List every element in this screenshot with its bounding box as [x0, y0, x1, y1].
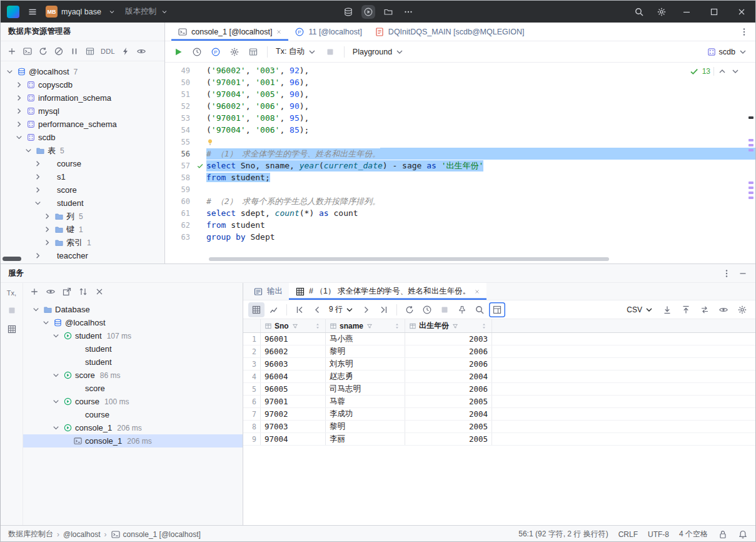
cell-sname[interactable]: 马蓉: [326, 396, 405, 407]
result-row-1[interactable]: 196001马小燕2003: [243, 333, 755, 345]
open-table-icon[interactable]: [7, 324, 17, 334]
editor-line-55[interactable]: 55: [165, 136, 755, 148]
refresh-icon[interactable]: [38, 46, 48, 56]
view-settings-icon[interactable]: [489, 302, 505, 317]
cell-sname[interactable]: 刘东明: [326, 358, 405, 370]
service-item-student[interactable]: student107 ms: [23, 329, 243, 342]
chevron-right-icon[interactable]: [14, 120, 24, 129]
tab-options-icon[interactable]: [739, 27, 749, 37]
jump-to-source-icon[interactable]: [62, 287, 72, 297]
chevron-down-icon[interactable]: [5, 67, 14, 76]
chevron-right-icon[interactable]: [33, 159, 43, 168]
cell-sname[interactable]: 司马志明: [326, 383, 405, 395]
vcs-widget[interactable]: 版本控制: [125, 5, 171, 19]
breadcrumb-item-console_1-@localhost[interactable]: console_1 [@localhost]: [111, 529, 201, 539]
editor-line-57[interactable]: 57select Sno, sname, year(current_date) …: [165, 160, 755, 171]
editor-tab-11-@localhost[interactable]: P11 [@localhost]: [288, 23, 368, 41]
service-item-score[interactable]: score: [23, 382, 243, 395]
cell-sno[interactable]: 96001: [261, 333, 326, 345]
result-row-6[interactable]: 697001马蓉2005: [243, 396, 755, 408]
cell-sno[interactable]: 97004: [261, 433, 326, 445]
editor-line-51[interactable]: 51('97004', '005', 90),: [165, 88, 755, 100]
cell-sno[interactable]: 96004: [261, 371, 326, 382]
editor-line-56[interactable]: 56# （1） 求全体学生的学号、姓名和出生年份。: [165, 148, 755, 160]
database-stack-icon[interactable]: [341, 5, 355, 19]
tree-item-performance_schema[interactable]: performance_schema: [1, 118, 164, 131]
error-stripe[interactable]: [748, 86, 755, 255]
chevron-down-icon[interactable]: [31, 305, 41, 314]
tree-item-item[interactable]: 键1: [1, 223, 164, 236]
explorer-hscrollbar-thumb[interactable]: [3, 257, 21, 261]
editor-line-62[interactable]: 62from student: [165, 219, 755, 231]
editor-line-63[interactable]: 63group by Sdept: [165, 231, 755, 243]
result-tab-1[interactable]: # （1） 求全体学生的学号、姓名和出生年份。: [289, 283, 486, 300]
notifications-icon[interactable]: [738, 529, 748, 539]
close-session-icon[interactable]: [94, 287, 104, 297]
grid-view-icon[interactable]: [248, 302, 265, 317]
result-settings-icon[interactable]: [734, 302, 750, 317]
run-circle-icon[interactable]: [361, 5, 375, 19]
editor-line-58[interactable]: 58from student;: [165, 171, 755, 183]
cell-sname[interactable]: 李丽: [326, 433, 405, 445]
hide-panel-icon[interactable]: [738, 268, 748, 279]
close-tab-icon[interactable]: [474, 289, 480, 295]
sort-icon[interactable]: [480, 322, 488, 330]
editor-line-60[interactable]: 60# （2） 求每个系的学生总人数并按降序排列。: [165, 195, 755, 207]
tree-item-scdb[interactable]: scdb: [1, 131, 164, 144]
cell-sno[interactable]: 97001: [261, 396, 326, 407]
filter-icon[interactable]: [291, 322, 299, 330]
close-tab-icon[interactable]: [276, 29, 282, 35]
sort-icon[interactable]: [314, 322, 321, 330]
column-header-sno[interactable]: Sno: [261, 319, 326, 332]
result-tab-item[interactable]: 输出: [247, 283, 289, 300]
cell-sno[interactable]: 97002: [261, 408, 326, 420]
cell-sname[interactable]: 李成功: [326, 408, 405, 420]
cell-sname[interactable]: 马小燕: [326, 333, 405, 345]
result-row-5[interactable]: 596005司马志明2006: [243, 383, 755, 396]
export-data-icon[interactable]: [659, 302, 675, 317]
pin-tab-icon[interactable]: [454, 302, 470, 317]
generate-icon[interactable]: [121, 46, 131, 56]
line-separator[interactable]: CRLF: [618, 530, 638, 539]
editor-hscrollbar[interactable]: [209, 257, 609, 261]
console-settings-icon[interactable]: [226, 44, 243, 59]
result-row-7[interactable]: 797002李成功2004: [243, 408, 755, 421]
cell-year[interactable]: 2005: [405, 396, 492, 407]
previous-page-icon[interactable]: [309, 302, 325, 317]
chevron-down-icon[interactable]: [730, 66, 740, 76]
tree-item-@localhost[interactable]: @localhost7: [1, 65, 164, 78]
settings-gear-icon[interactable]: [650, 1, 673, 23]
tree-item-item[interactable]: 索引1: [1, 236, 164, 249]
first-page-icon[interactable]: [291, 302, 308, 317]
service-item-database[interactable]: Database: [23, 303, 243, 316]
view-options-icon[interactable]: [136, 46, 146, 56]
more-actions-icon[interactable]: [401, 5, 415, 19]
chevron-right-icon[interactable]: [43, 225, 52, 234]
cell-year[interactable]: 2006: [405, 383, 492, 395]
service-item-student[interactable]: student: [23, 355, 243, 369]
editor-line-59[interactable]: 59: [165, 183, 755, 195]
window-minimize-button[interactable]: [673, 1, 700, 23]
column-header-sname[interactable]: sname: [326, 319, 405, 332]
readonly-lock-icon[interactable]: [718, 529, 728, 539]
editor-tab-dqinitdqs_main-scdb@mqlegion[interactable]: DQInitDQS_MAIN [scdb@MQLEGION]: [368, 23, 531, 41]
caret-position[interactable]: 56:1 (92 字符, 2 行 换行符): [518, 529, 608, 539]
breadcrumb-item-@localhost[interactable]: @localhost: [63, 530, 101, 539]
schema-select[interactable]: scdb: [704, 47, 750, 57]
next-page-icon[interactable]: [358, 302, 375, 317]
execution-plan-icon[interactable]: P: [208, 44, 224, 59]
tree-item-s1[interactable]: s1: [1, 170, 164, 183]
add-icon[interactable]: [29, 287, 39, 297]
chevron-up-icon[interactable]: [717, 66, 727, 76]
cell-year[interactable]: 2004: [405, 371, 492, 382]
editor-tab-console_1-@localhost[interactable]: console_1 [@localhost]: [171, 23, 288, 41]
tree-item-score[interactable]: score: [1, 183, 164, 197]
cell-year[interactable]: 2005: [405, 433, 492, 445]
cancel-icon[interactable]: [54, 46, 64, 56]
indent-style[interactable]: 4 个空格: [679, 529, 708, 539]
tree-item-student[interactable]: student: [1, 197, 164, 210]
transfer-data-icon[interactable]: [697, 302, 713, 317]
panel-options-icon[interactable]: [722, 268, 732, 279]
chevron-right-icon[interactable]: [33, 172, 43, 182]
cell-year[interactable]: 2004: [405, 408, 492, 420]
